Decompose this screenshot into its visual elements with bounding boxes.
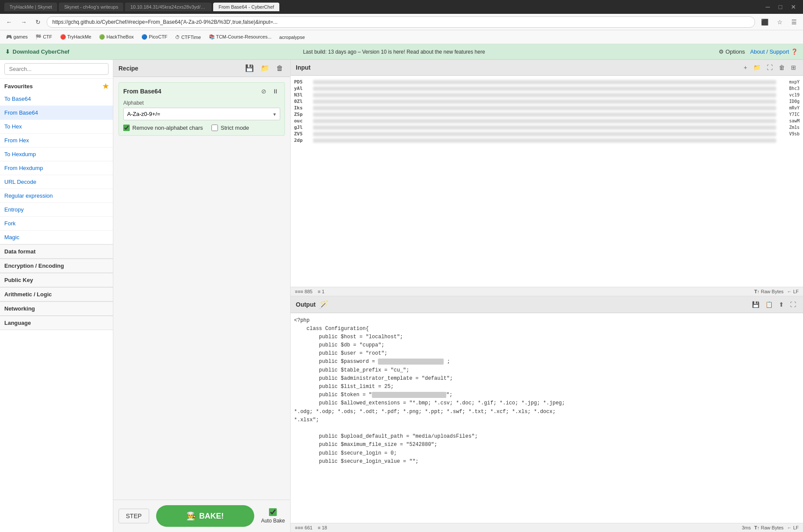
- extensions-btn[interactable]: ⬛: [758, 18, 771, 26]
- lf-btn[interactable]: ← LF: [787, 289, 799, 294]
- strict-mode-label: Strict mode: [221, 125, 249, 131]
- recipe-content: From Base64 ⊘ ⏸ Alphabet A-Za-z0-9+/= A-…: [113, 77, 290, 500]
- alphabet-section: Alphabet A-Za-z0-9+/= A-Za-z0-9-_ A-Za-z…: [123, 100, 280, 120]
- sidebar-category-data-format[interactable]: Data format: [0, 244, 113, 259]
- remove-nonalpha-checkbox[interactable]: [123, 125, 130, 131]
- sidebar-item-magic[interactable]: Magic: [0, 231, 113, 244]
- sidebar-item-to-hexdump[interactable]: To Hexdump: [0, 147, 113, 161]
- output-ms-stat: 3ms: [742, 525, 751, 530]
- step-btn[interactable]: STEP: [118, 509, 149, 523]
- bookmark-acropalypse[interactable]: acropalypse: [277, 34, 307, 41]
- input-expand-btn[interactable]: ⛶: [765, 63, 774, 72]
- url-input[interactable]: [47, 16, 755, 28]
- options-btn[interactable]: ⚙ Options: [719, 48, 745, 55]
- maximize-btn[interactable]: □: [776, 3, 785, 11]
- sidebar-item-to-hex[interactable]: To Hex: [0, 120, 113, 134]
- bake-label: BAKE!: [199, 512, 224, 521]
- operation-controls: ⊘ ⏸: [259, 87, 280, 96]
- io-area: Input + 📁 ⛶ 🗑 ⊞ PD5 mxpY yAl: [291, 60, 803, 532]
- download-label: Download CyberChef: [13, 48, 69, 55]
- remove-nonalpha-checkbox-label[interactable]: Remove non-alphabet chars: [123, 125, 203, 131]
- output-save-btn[interactable]: 💾: [750, 300, 761, 309]
- output-lf-btn[interactable]: ← LF: [787, 525, 799, 530]
- sidebar-category-arithmetic[interactable]: Arithmetic / Logic: [0, 287, 113, 301]
- about-support-btn[interactable]: About / Support ❓: [750, 48, 798, 55]
- sidebar-category-encryption[interactable]: Encryption / Encoding: [0, 259, 113, 273]
- strict-mode-checkbox[interactable]: [211, 125, 218, 131]
- input-line-9: ZV5 V9sb: [294, 131, 800, 137]
- topbar-notification: Last build: 13 days ago – Version 10 is …: [303, 49, 485, 55]
- back-btn[interactable]: ←: [3, 18, 15, 26]
- bookmark-ctftime[interactable]: ⏱ CTFTime: [173, 34, 203, 41]
- sidebar-category-language[interactable]: Language: [0, 316, 113, 330]
- alphabet-label: Alphabet: [123, 100, 280, 106]
- recipe-header: Recipe 💾 📁 🗑: [113, 60, 290, 77]
- input-add-btn[interactable]: +: [742, 63, 749, 72]
- bake-btn[interactable]: 👨‍🍳 BAKE!: [156, 505, 254, 527]
- output-expand-btn[interactable]: ⛶: [788, 300, 798, 309]
- output-content[interactable]: <?php class Configuration{ public $host …: [291, 313, 803, 523]
- minimize-btn[interactable]: ─: [763, 3, 773, 11]
- output-panel: Output 🪄 💾 📋 ⬆ ⛶ <?php class Configurati…: [291, 296, 803, 532]
- sidebar-item-from-hexdump[interactable]: From Hexdump: [0, 161, 113, 175]
- tab-skynet[interactable]: Skynet - ch4og's writeups: [59, 3, 123, 11]
- output-lines-stat: ≡ 18: [318, 525, 327, 530]
- search-input[interactable]: [4, 63, 109, 75]
- menu-btn[interactable]: ☰: [789, 18, 800, 26]
- alphabet-select[interactable]: A-Za-z0-9+/= A-Za-z0-9-_ A-Za-z0-9+/: [123, 108, 280, 120]
- bookmark-tcm[interactable]: 📚 TCM-Course-Resources...: [206, 33, 274, 41]
- tab-tryhackme[interactable]: TryHackMe | Skynet: [4, 3, 57, 11]
- sidebar-item-fork[interactable]: Fork: [0, 217, 113, 231]
- bookmark-picoctf[interactable]: 🔵 PicoCTF: [139, 33, 170, 41]
- input-content[interactable]: PD5 mxpY yAl Bhc3 N3l vc19 0Zl I: [291, 76, 803, 287]
- autobake-label: Auto Bake: [261, 518, 285, 524]
- bookmark-hackthebox[interactable]: 🟢 HackTheBox: [96, 33, 136, 41]
- bookmark-btn[interactable]: ☆: [774, 18, 785, 26]
- input-folder-btn[interactable]: 📁: [752, 63, 762, 72]
- input-actions: + 📁 ⛶ 🗑 ⊞: [742, 63, 798, 72]
- output-raw-bytes-btn[interactable]: T↑ Raw Bytes: [754, 525, 784, 530]
- tab-cyberchef[interactable]: From Base64 - CyberChef: [213, 3, 279, 11]
- sidebar-category-public-key[interactable]: Public Key: [0, 273, 113, 287]
- operation-card-header: From Base64 ⊘ ⏸: [123, 87, 280, 96]
- options-icon: ⚙: [719, 48, 724, 55]
- address-bar: ← → ↻ ⬛ ☆ ☰: [0, 14, 803, 30]
- input-line-6: ZSp Y7IC: [294, 112, 800, 117]
- input-table-btn[interactable]: ⊞: [789, 63, 798, 72]
- sidebar-item-to-base64[interactable]: To Base64: [0, 92, 113, 106]
- autobake-checkbox[interactable]: [269, 508, 277, 516]
- input-clear-btn[interactable]: 🗑: [777, 63, 787, 72]
- bookmark-games[interactable]: 🎮 games: [3, 33, 30, 41]
- sidebar-item-from-base64[interactable]: From Base64: [0, 106, 113, 120]
- sidebar-item-url-decode[interactable]: URL Decode: [0, 175, 113, 189]
- pause-operation-btn[interactable]: ⏸: [271, 87, 280, 96]
- sidebar-item-entropy[interactable]: Entropy: [0, 203, 113, 217]
- strict-mode-checkbox-label[interactable]: Strict mode: [211, 125, 249, 131]
- chef-icon: 👨‍🍳: [186, 511, 196, 521]
- recipe-panel: Recipe 💾 📁 🗑 From Base64 ⊘ ⏸ Alphabet: [113, 60, 291, 532]
- output-panel-header: Output 🪄 💾 📋 ⬆ ⛶: [291, 296, 803, 313]
- refresh-btn[interactable]: ↻: [33, 18, 43, 26]
- input-line-2: yAl Bhc3: [294, 86, 800, 91]
- download-cyberchef-btn[interactable]: ⬇ Download CyberChef: [5, 48, 69, 55]
- sidebar-category-networking[interactable]: Networking: [0, 301, 113, 316]
- raw-bytes-btn[interactable]: T↑ Raw Bytes: [754, 289, 784, 294]
- forward-btn[interactable]: →: [18, 18, 29, 26]
- load-recipe-btn[interactable]: 📁: [259, 63, 271, 73]
- bookmark-tryhackme[interactable]: 🔴 TryHackMe: [58, 33, 94, 41]
- operation-name: From Base64: [123, 88, 161, 95]
- recipe-actions: 💾 📁 🗑: [243, 63, 285, 73]
- bookmark-ctf[interactable]: 🏁 CTF: [33, 33, 54, 41]
- checkbox-row: Remove non-alphabet chars Strict mode: [123, 125, 280, 131]
- clear-recipe-btn[interactable]: 🗑: [275, 63, 285, 73]
- output-copy-btn[interactable]: 📋: [764, 300, 774, 309]
- close-btn[interactable]: ✕: [788, 3, 799, 11]
- save-recipe-btn[interactable]: 💾: [243, 63, 256, 73]
- input-line-5: Iks mRvY: [294, 105, 800, 111]
- remove-nonalpha-label: Remove non-alphabet chars: [132, 125, 203, 131]
- output-send-btn[interactable]: ⬆: [777, 300, 786, 309]
- sidebar-item-from-hex[interactable]: From Hex: [0, 134, 113, 147]
- sidebar-item-regex[interactable]: Regular expression: [0, 189, 113, 203]
- disable-operation-btn[interactable]: ⊘: [259, 87, 268, 96]
- tab-ip[interactable]: 10.10.184.31/45kra24zxs28v3yd/adi...: [125, 3, 211, 11]
